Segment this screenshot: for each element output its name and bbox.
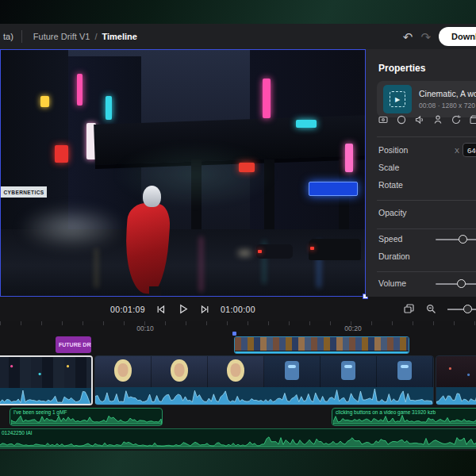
scene-car <box>309 239 361 260</box>
audio-icon[interactable] <box>414 114 425 125</box>
current-time: 00:01:09 <box>110 305 145 314</box>
neon-sign <box>296 120 317 128</box>
clip-thumbnail-frames <box>0 357 91 388</box>
volume-slider-handle[interactable] <box>457 279 466 288</box>
clip-title: Cinematic, A woman lo <box>419 89 476 98</box>
character-head <box>143 186 161 207</box>
topbar-divider <box>21 30 22 43</box>
step-forward-icon[interactable] <box>199 304 210 315</box>
scene-smoke <box>18 205 125 250</box>
clip-thumbnail-frames <box>264 356 321 387</box>
clip-thumbnail-frames <box>208 356 264 387</box>
text-clip[interactable]: FUTURE DRI <box>56 336 91 353</box>
car-taillight <box>310 247 314 250</box>
mask-circle-icon[interactable] <box>396 114 407 125</box>
video-frame: CYBERNETICS <box>1 50 365 296</box>
filmstrip-audio-bar <box>235 351 409 354</box>
character-legs <box>149 286 161 296</box>
overlay-track: FUTURE DRI <box>0 336 476 354</box>
clip-thumbnail-frames <box>95 356 152 387</box>
clip-thumbnail-frames <box>152 356 208 387</box>
cybernetics-sign: CYBERNETICS <box>1 186 47 198</box>
neon-sign <box>55 145 68 163</box>
video-preview-canvas[interactable]: CYBERNETICS <box>0 49 366 297</box>
panel-divider <box>377 228 476 229</box>
download-button[interactable]: Downl <box>439 27 476 46</box>
crop-icon[interactable] <box>378 114 389 125</box>
panel-divider <box>377 136 476 137</box>
filmstrip-clip[interactable] <box>234 336 409 354</box>
scenes-icon[interactable] <box>469 114 476 125</box>
volume-slider[interactable] <box>436 283 476 285</box>
speed-slider-handle[interactable] <box>459 235 467 244</box>
timeline-ruler[interactable]: 00:10 00:20 <box>0 321 476 336</box>
undo-icon[interactable]: ↶ <box>403 31 413 43</box>
rotate-icon[interactable] <box>451 114 462 125</box>
step-back-icon[interactable] <box>155 304 167 315</box>
clip-tools-row <box>378 114 476 125</box>
clip-start-marker <box>232 332 236 336</box>
rotate-label: Rotate <box>378 180 403 190</box>
volume-label: Volume <box>378 278 406 288</box>
filmstrip-frames <box>235 337 409 351</box>
character-icon[interactable] <box>432 114 443 125</box>
zoom-out-icon[interactable] <box>425 303 437 315</box>
position-label: Position <box>378 145 408 155</box>
panel-divider <box>377 271 476 272</box>
car-taillight <box>258 250 262 253</box>
neon-reflection <box>94 248 98 288</box>
total-duration: 01:00:00 <box>221 305 255 314</box>
breadcrumb: Future Drift V1 / Timeline <box>33 32 137 41</box>
clip-thumbnail-frames <box>321 356 377 387</box>
sfx-track: I've been seeing 1 gMF clicking buttons … <box>0 408 476 426</box>
speed-slider[interactable] <box>436 239 476 240</box>
audio-clip[interactable]: I've been seeing 1 gMF <box>10 408 163 426</box>
beta-label: ta) <box>0 32 21 41</box>
redo-icon[interactable]: ↷ <box>420 31 431 43</box>
audio-waveform <box>333 414 476 424</box>
audio-waveform <box>11 414 162 424</box>
top-bar: ta) Future Drift V1 / Timeline ↶ ↷ Downl <box>0 24 476 49</box>
properties-panel: Properties ▶ Cinematic, A woman lo 00:08… <box>366 49 476 297</box>
clip-metadata: 00:08 · 1280 x 720 · 24 fp <box>419 102 476 109</box>
neon-sign <box>309 182 358 196</box>
breadcrumb-page: Timeline <box>102 32 136 41</box>
speed-label: Speed <box>378 234 402 244</box>
neon-sign <box>77 74 83 106</box>
video-clip[interactable] <box>94 355 434 405</box>
music-clip[interactable]: 01242250 IAI <box>0 428 476 449</box>
timeline-zoom-handle[interactable] <box>463 305 472 313</box>
neon-reflection <box>199 236 203 292</box>
clip-thumbnail-frames <box>436 356 476 387</box>
clip-thumbnail: ▶ <box>383 85 412 113</box>
music-track: 01242250 IAI <box>0 428 476 449</box>
breadcrumb-separator: / <box>94 32 97 41</box>
breadcrumb-project[interactable]: Future Drift V1 <box>33 32 90 41</box>
generated-video-icon: ▶ <box>390 91 405 107</box>
audio-clip[interactable]: clicking buttons on a video game 31920 k… <box>332 408 476 426</box>
video-clip[interactable] <box>436 355 476 405</box>
neon-sign <box>106 96 112 120</box>
neon-sign <box>345 144 353 172</box>
editor-window: ta) Future Drift V1 / Timeline ↶ ↷ Downl <box>0 24 476 451</box>
scene-fog <box>112 141 278 209</box>
ruler-label: 00:20 <box>341 324 365 332</box>
position-x-input[interactable] <box>463 143 476 157</box>
clip-thumbnail-frames <box>377 356 433 387</box>
video-clip-selected[interactable] <box>0 355 93 405</box>
panel-divider <box>377 200 476 201</box>
audio-waveform <box>95 387 433 405</box>
timeline: 00:10 00:20 FUTURE DRI <box>0 321 476 451</box>
car-headlight-glow <box>239 251 251 255</box>
selected-clip-card[interactable]: ▶ Cinematic, A woman lo 00:08 · 1280 x 7… <box>377 81 476 117</box>
transport-controls: 00:01:09 01:00:00 <box>0 297 366 321</box>
layers-icon[interactable] <box>403 303 415 315</box>
panel-title: Properties <box>378 63 425 74</box>
timeline-zoom-slider[interactable] <box>447 309 476 310</box>
neon-sign <box>263 79 271 118</box>
neon-sign <box>40 96 49 107</box>
duration-label: Duration <box>378 251 410 261</box>
timeline-tools <box>403 297 476 321</box>
play-icon[interactable] <box>177 303 189 315</box>
audio-waveform <box>436 387 476 405</box>
